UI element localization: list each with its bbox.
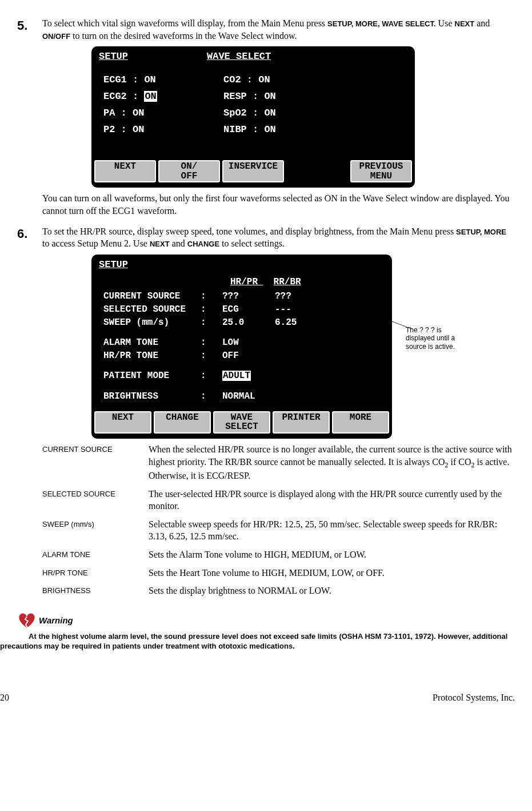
def-term: SELECTED SOURCE bbox=[42, 488, 149, 512]
text: ECG2 : bbox=[103, 91, 144, 102]
cell: PA : ON bbox=[103, 107, 223, 120]
key-next: NEXT bbox=[455, 19, 475, 28]
row: P2 : ONNIBP : ON bbox=[103, 124, 403, 137]
setup-screen: SETUP HR/PR RR/BR CURRENT SOURCE:?????? … bbox=[91, 255, 392, 439]
def-desc: When the selected HR/PR source is no lon… bbox=[149, 443, 515, 482]
row: PATIENT MODE:ADULT bbox=[103, 370, 380, 383]
cell: P2 : ON bbox=[103, 124, 223, 137]
screen-title-setup: SETUP bbox=[99, 50, 128, 63]
label: CURRENT SOURCE bbox=[103, 291, 201, 303]
text: to select settings. bbox=[219, 238, 285, 248]
warning-label: Warning bbox=[39, 615, 73, 626]
button-bar: NEXT CHANGE WAVE SELECT PRINTER MORE bbox=[93, 408, 390, 438]
button-bar: NEXT ON/ OFF INSERVICE PREVIOUS MENU bbox=[93, 157, 413, 186]
cell: CO2 : ON bbox=[223, 74, 270, 87]
cell: ECG2 : ON bbox=[103, 90, 223, 104]
def-term: ALARM TONE bbox=[42, 548, 149, 561]
comma: , bbox=[351, 19, 355, 28]
def-desc: The user-selected HR/PR source is displa… bbox=[149, 488, 515, 512]
text: and bbox=[170, 238, 187, 248]
previous-menu-button[interactable]: PREVIOUS MENU bbox=[350, 160, 412, 183]
def-term: CURRENT SOURCE bbox=[42, 443, 149, 482]
def-row: CURRENT SOURCE When the selected HR/PR s… bbox=[42, 443, 515, 482]
screen-body: HR/PR RR/BR CURRENT SOURCE:?????? SELECT… bbox=[93, 273, 390, 408]
next-button[interactable]: NEXT bbox=[94, 160, 156, 183]
onoff-button[interactable]: ON/ OFF bbox=[158, 160, 220, 183]
row: PA : ONSpO2 : ON bbox=[103, 107, 403, 120]
key-next: NEXT bbox=[150, 240, 170, 248]
key-onoff: ON/OFF bbox=[42, 32, 70, 41]
value: --- bbox=[275, 304, 291, 316]
cell: SpO2 : ON bbox=[223, 107, 276, 120]
label: SWEEP (mm/s) bbox=[103, 317, 201, 329]
row: BRIGHTNESS:NORMAL bbox=[103, 391, 380, 403]
page-number: 20 bbox=[0, 691, 9, 704]
def-row: SWEEP (mm/s)Selectable sweep speeds for … bbox=[42, 518, 515, 543]
def-desc: Sets the Alarm Tone volume to HIGH, MEDI… bbox=[149, 548, 515, 561]
inservice-button[interactable]: INSERVICE bbox=[222, 160, 284, 183]
setup-screen-wrap: SETUP HR/PR RR/BR CURRENT SOURCE:?????? … bbox=[91, 255, 515, 439]
cell: RESP : ON bbox=[223, 90, 276, 104]
step-number: 6. bbox=[17, 225, 42, 250]
change-button[interactable]: CHANGE bbox=[154, 411, 211, 434]
comma: , bbox=[480, 228, 484, 236]
row: ALARM TONE:LOW bbox=[103, 337, 380, 349]
def-row: HR/PR TONESets the Heart Tone volume to … bbox=[42, 567, 515, 579]
colon: : bbox=[201, 370, 222, 383]
step-6: 6. To set the HR/PR source, display swee… bbox=[17, 225, 515, 250]
def-term: SWEEP (mm/s) bbox=[42, 518, 149, 543]
text: and bbox=[474, 18, 490, 28]
cell: ECG1 : ON bbox=[103, 74, 223, 87]
key-more: MORE bbox=[355, 19, 378, 28]
label: HR/PR TONE bbox=[103, 350, 201, 363]
label: PATIENT MODE bbox=[103, 370, 201, 383]
value: 25.0 bbox=[222, 317, 275, 329]
definition-list: CURRENT SOURCE When the selected HR/PR s… bbox=[42, 443, 515, 597]
value: LOW bbox=[222, 337, 275, 349]
colon: : bbox=[201, 317, 222, 329]
step-body: To select which vital sign waveforms wil… bbox=[42, 17, 515, 42]
warning-block: Warning At the highest volume alarm leve… bbox=[17, 612, 515, 651]
row: HR/PR TONE:OFF bbox=[103, 350, 380, 363]
text: if CO bbox=[449, 457, 471, 467]
screen-title-setup: SETUP bbox=[99, 259, 128, 272]
row: SWEEP (mm/s):25.06.25 bbox=[103, 317, 380, 329]
colon: : bbox=[201, 291, 222, 303]
row: ECG2 : ONRESP : ON bbox=[103, 90, 403, 104]
def-row: SELECTED SOURCEThe user-selected HR/PR s… bbox=[42, 488, 515, 512]
label: SELECTED SOURCE bbox=[103, 304, 201, 316]
row: SELECTED SOURCE:ECG--- bbox=[103, 304, 380, 316]
value: ADULT bbox=[222, 370, 275, 383]
company-name: Protocol Systems, Inc. bbox=[433, 691, 515, 704]
wave-select-button[interactable]: WAVE SELECT bbox=[213, 411, 270, 434]
value: ??? bbox=[222, 291, 275, 303]
step-5: 5. To select which vital sign waveforms … bbox=[17, 17, 515, 42]
page-footer: 20 Protocol Systems, Inc. bbox=[0, 691, 515, 704]
label: ALARM TONE bbox=[103, 337, 201, 349]
def-term: HR/PR TONE bbox=[42, 567, 149, 579]
def-desc: Sets the Heart Tone volume to HIGH, MEDI… bbox=[149, 567, 515, 579]
selected-value: ON bbox=[144, 91, 157, 102]
value: OFF bbox=[222, 350, 275, 363]
def-desc: Selectable sweep speeds for HR/PR: 12.5,… bbox=[149, 518, 515, 543]
screen-headers: SETUP bbox=[93, 256, 390, 273]
def-row: BRIGHTNESSSets the display brightness to… bbox=[42, 585, 515, 597]
screen-rows: ECG1 : ONCO2 : ON ECG2 : ONRESP : ON PA … bbox=[93, 65, 413, 157]
more-button[interactable]: MORE bbox=[332, 411, 389, 434]
step-number: 5. bbox=[17, 17, 42, 42]
col-hrpr: HR/PR bbox=[230, 277, 263, 287]
warning-text: At the highest volume alarm level, the s… bbox=[0, 631, 515, 651]
value: NORMAL bbox=[222, 391, 275, 403]
cell: NIBP : ON bbox=[223, 124, 276, 137]
text: Use bbox=[436, 18, 455, 28]
selected-value: ADULT bbox=[222, 371, 251, 381]
value: 6.25 bbox=[275, 317, 297, 329]
key-more: MORE bbox=[484, 228, 506, 236]
def-desc: Sets the display brightness to NORMAL or… bbox=[149, 585, 515, 597]
key-wave-select: WAVE SELECT. bbox=[382, 19, 435, 28]
col-rrbr: RR/BR bbox=[274, 277, 301, 287]
step-body: To set the HR/PR source, display sweep s… bbox=[42, 225, 515, 250]
column-headers: HR/PR RR/BR bbox=[230, 276, 380, 289]
printer-button[interactable]: PRINTER bbox=[273, 411, 330, 434]
next-button[interactable]: NEXT bbox=[94, 411, 151, 434]
